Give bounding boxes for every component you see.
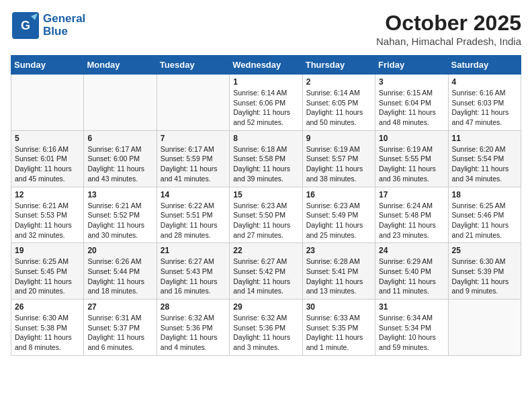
cell-content: Sunrise: 6:27 AMSunset: 5:43 PMDaylight:… [161, 257, 226, 296]
cell-text-line: Sunset: 5:39 PM [452, 267, 504, 275]
cell-text-line: Sunrise: 6:33 AM [306, 314, 360, 322]
cell-content: Sunrise: 6:27 AMSunset: 5:42 PMDaylight:… [233, 257, 298, 296]
cell-text-line: Daylight: 11 hours [452, 165, 509, 173]
location-subtitle: Nahan, Himachal Pradesh, India [376, 36, 521, 47]
calendar-cell: 13Sunrise: 6:21 AMSunset: 5:52 PMDayligh… [84, 187, 157, 243]
cell-content: Sunrise: 6:23 AMSunset: 5:49 PMDaylight:… [306, 201, 371, 240]
cell-text-line: Sunset: 5:48 PM [379, 211, 431, 219]
day-number: 4 [452, 77, 517, 87]
cell-content: Sunrise: 6:14 AMSunset: 6:05 PMDaylight:… [306, 88, 371, 128]
cell-text-line: Sunrise: 6:19 AM [379, 145, 433, 153]
day-number: 10 [379, 134, 444, 143]
cell-text-line: and 14 minutes. [233, 287, 283, 295]
day-number: 28 [161, 302, 226, 312]
cell-text-line: Sunrise: 6:21 AM [15, 201, 69, 210]
cell-text-line: Sunset: 5:43 PM [161, 267, 213, 275]
calendar-cell: 6Sunrise: 6:17 AMSunset: 6:00 PMDaylight… [84, 130, 157, 187]
calendar-week-row: 12Sunrise: 6:21 AMSunset: 5:53 PMDayligh… [11, 187, 521, 243]
calendar-cell: 26Sunrise: 6:30 AMSunset: 5:38 PMDayligh… [11, 300, 84, 356]
cell-text-line: Sunset: 5:55 PM [379, 154, 431, 163]
cell-text-line: and 25 minutes. [306, 231, 357, 239]
cell-text-line: and 28 minutes. [161, 231, 211, 239]
calendar-cell: 20Sunrise: 6:26 AMSunset: 5:44 PMDayligh… [84, 243, 157, 300]
calendar-week-row: 19Sunrise: 6:25 AMSunset: 5:45 PMDayligh… [11, 243, 521, 300]
cell-text-line: Sunset: 6:04 PM [379, 99, 431, 107]
day-number: 19 [15, 246, 80, 255]
cell-text-line: and 8 minutes. [15, 343, 61, 351]
calendar-cell [448, 300, 521, 356]
title-block: October 2025 Nahan, Himachal Pradesh, In… [376, 11, 521, 47]
cell-content: Sunrise: 6:22 AMSunset: 5:51 PMDaylight:… [161, 201, 226, 240]
logo: G General Blue [11, 11, 85, 40]
cell-content: Sunrise: 6:21 AMSunset: 5:53 PMDaylight:… [15, 201, 80, 240]
cell-text-line: and 30 minutes. [87, 231, 138, 239]
cell-text-line: Daylight: 11 hours [233, 277, 290, 285]
cell-text-line: Sunrise: 6:23 AM [306, 201, 360, 210]
cell-text-line: Sunset: 5:50 PM [233, 211, 285, 219]
cell-text-line: Sunrise: 6:17 AM [87, 145, 141, 153]
cell-text-line: Sunrise: 6:32 AM [233, 314, 287, 322]
cell-text-line: Daylight: 11 hours [87, 333, 144, 341]
day-number: 12 [15, 190, 80, 199]
cell-text-line: Sunrise: 6:19 AM [306, 145, 360, 153]
cell-content: Sunrise: 6:17 AMSunset: 5:59 PMDaylight:… [161, 144, 226, 184]
logo-text-line2: Blue [43, 26, 85, 38]
cell-text-line: Sunset: 5:45 PM [15, 267, 67, 275]
cell-text-line: Sunset: 5:37 PM [87, 324, 140, 332]
cell-text-line: and 6 minutes. [87, 343, 134, 351]
cell-text-line: Sunrise: 6:24 AM [379, 201, 433, 210]
cell-text-line: Sunrise: 6:18 AM [233, 145, 287, 153]
cell-text-line: and 23 minutes. [379, 231, 429, 239]
day-number: 3 [379, 77, 444, 87]
cell-text-line: Daylight: 11 hours [233, 221, 290, 229]
cell-text-line: Daylight: 11 hours [379, 277, 436, 285]
cell-content: Sunrise: 6:26 AMSunset: 5:44 PMDaylight:… [87, 257, 152, 296]
cell-text-line: Daylight: 11 hours [15, 221, 72, 229]
cell-text-line: and 4 minutes. [161, 343, 207, 351]
day-number: 13 [87, 190, 152, 199]
day-number: 9 [306, 134, 371, 143]
cell-text-line: Sunset: 5:49 PM [306, 211, 359, 219]
cell-text-line: Daylight: 11 hours [452, 108, 509, 116]
cell-text-line: Daylight: 11 hours [15, 277, 72, 285]
calendar-cell: 24Sunrise: 6:29 AMSunset: 5:40 PMDayligh… [375, 243, 448, 300]
cell-content: Sunrise: 6:33 AMSunset: 5:35 PMDaylight:… [306, 313, 371, 353]
cell-content: Sunrise: 6:24 AMSunset: 5:48 PMDaylight:… [379, 201, 444, 240]
day-number: 23 [306, 246, 371, 255]
cell-text-line: and 13 minutes. [306, 287, 357, 295]
cell-text-line: and 39 minutes. [233, 175, 283, 183]
cell-text-line: and 45 minutes. [15, 175, 65, 183]
cell-text-line: Sunrise: 6:28 AM [306, 257, 360, 265]
calendar-cell [84, 75, 157, 131]
cell-text-line: and 41 minutes. [161, 175, 211, 183]
cell-text-line: Sunset: 6:01 PM [15, 154, 67, 163]
calendar-cell: 2Sunrise: 6:14 AMSunset: 6:05 PMDaylight… [302, 75, 375, 131]
calendar-cell: 23Sunrise: 6:28 AMSunset: 5:41 PMDayligh… [302, 243, 375, 300]
cell-text-line: Sunrise: 6:31 AM [87, 314, 141, 322]
cell-text-line: and 3 minutes. [233, 343, 279, 351]
cell-content: Sunrise: 6:16 AMSunset: 6:01 PMDaylight:… [15, 144, 80, 184]
cell-text-line: and 38 minutes. [306, 175, 357, 183]
cell-text-line: Daylight: 11 hours [161, 221, 218, 229]
cell-content: Sunrise: 6:34 AMSunset: 5:34 PMDaylight:… [379, 313, 444, 353]
day-number: 31 [379, 302, 444, 312]
day-number: 17 [379, 190, 444, 199]
cell-text-line: Sunrise: 6:26 AM [87, 257, 141, 265]
cell-text-line: Daylight: 11 hours [233, 108, 290, 116]
cell-content: Sunrise: 6:23 AMSunset: 5:50 PMDaylight:… [233, 201, 298, 240]
calendar-week-row: 5Sunrise: 6:16 AMSunset: 6:01 PMDaylight… [11, 130, 521, 187]
cell-content: Sunrise: 6:32 AMSunset: 5:36 PMDaylight:… [233, 313, 298, 353]
day-number: 5 [15, 134, 80, 143]
cell-text-line: Sunrise: 6:25 AM [452, 201, 506, 210]
day-number: 21 [161, 246, 226, 255]
cell-content: Sunrise: 6:25 AMSunset: 5:45 PMDaylight:… [15, 257, 80, 296]
cell-content: Sunrise: 6:21 AMSunset: 5:52 PMDaylight:… [87, 201, 152, 240]
cell-text-line: Daylight: 11 hours [379, 165, 436, 173]
cell-text-line: Sunset: 6:03 PM [452, 99, 504, 107]
cell-text-line: and 1 minute. [306, 343, 349, 351]
cell-text-line: Sunrise: 6:30 AM [15, 314, 69, 322]
cell-text-line: Sunset: 5:52 PM [87, 211, 140, 219]
cell-text-line: and 43 minutes. [87, 175, 138, 183]
day-number: 24 [379, 246, 444, 255]
cell-text-line: and 59 minutes. [379, 343, 429, 351]
